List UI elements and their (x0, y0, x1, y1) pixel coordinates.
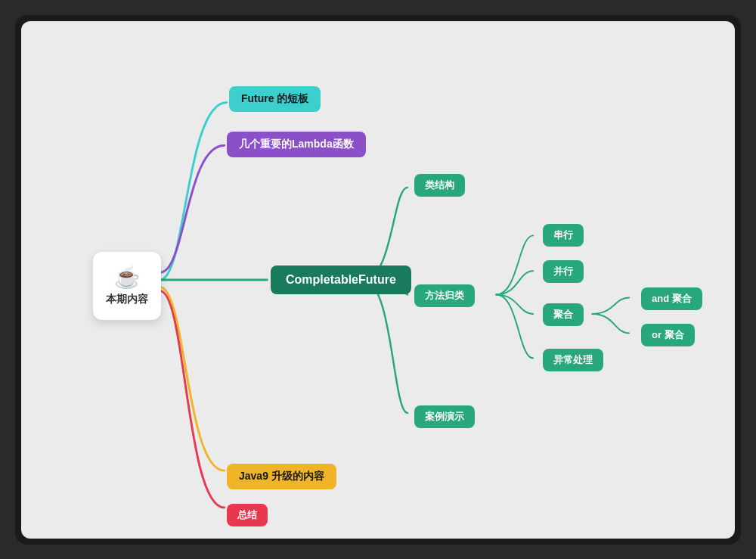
java9-node: Java9 升级的内容 (227, 464, 336, 489)
parallel-label: 并行 (553, 265, 573, 278)
class-structure-label: 类结构 (425, 179, 454, 192)
coffee-icon: ☕ (114, 265, 141, 290)
java9-label: Java9 升级的内容 (239, 470, 324, 483)
class-structure-node: 类结构 (414, 174, 465, 197)
center-label: 本期内容 (106, 293, 148, 306)
lambda-label: 几个重要的Lambda函数 (239, 138, 354, 151)
method-category-node: 方法归类 (414, 284, 475, 307)
completable-node: CompletableFuture (271, 266, 411, 294)
aggregate-node: 聚合 (543, 303, 584, 326)
and-agg-node: and 聚合 (641, 287, 702, 310)
case-demo-node: 案例演示 (414, 405, 475, 428)
method-category-label: 方法归类 (425, 289, 464, 303)
case-demo-label: 案例演示 (425, 410, 464, 424)
exception-node: 异常处理 (543, 349, 603, 371)
aggregate-label: 聚合 (553, 308, 573, 321)
lambda-node: 几个重要的Lambda函数 (227, 132, 366, 157)
summary-node: 总结 (227, 504, 268, 526)
outer-frame: ☕ 本期内容 Future 的短板 几个重要的Lambda函数 Completa… (15, 15, 741, 545)
parallel-node: 并行 (543, 260, 584, 283)
completable-label: CompletableFuture (286, 273, 396, 287)
or-agg-node: or 聚合 (641, 324, 695, 346)
serial-label: 串行 (553, 228, 573, 242)
future-node: Future 的短板 (229, 86, 321, 112)
summary-label: 总结 (237, 508, 257, 522)
future-label: Future 的短板 (241, 92, 308, 106)
and-agg-label: and 聚合 (652, 292, 692, 306)
center-node: ☕ 本期内容 (93, 252, 161, 320)
exception-label: 异常处理 (553, 353, 593, 367)
or-agg-label: or 聚合 (652, 328, 684, 342)
serial-node: 串行 (543, 224, 584, 247)
inner-frame: ☕ 本期内容 Future 的短板 几个重要的Lambda函数 Completa… (21, 21, 735, 539)
